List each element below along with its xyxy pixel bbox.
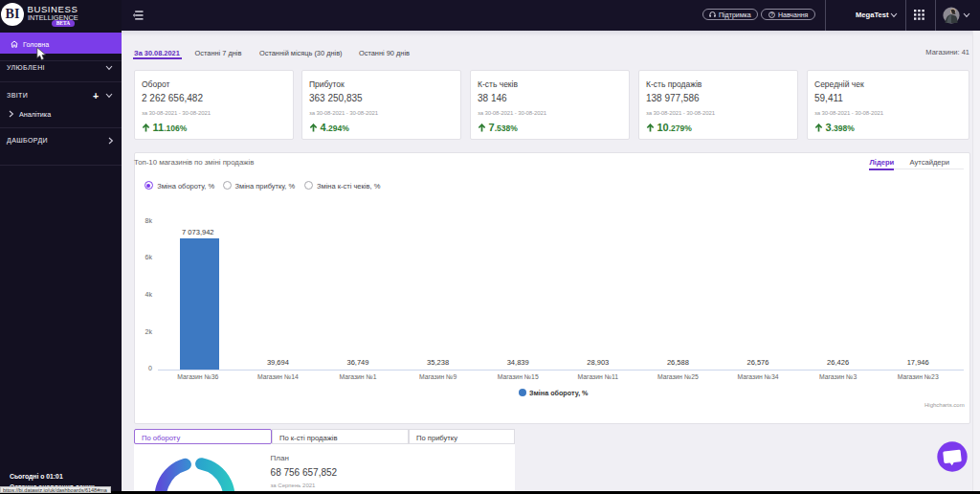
svg-text:?: ? (770, 12, 773, 17)
